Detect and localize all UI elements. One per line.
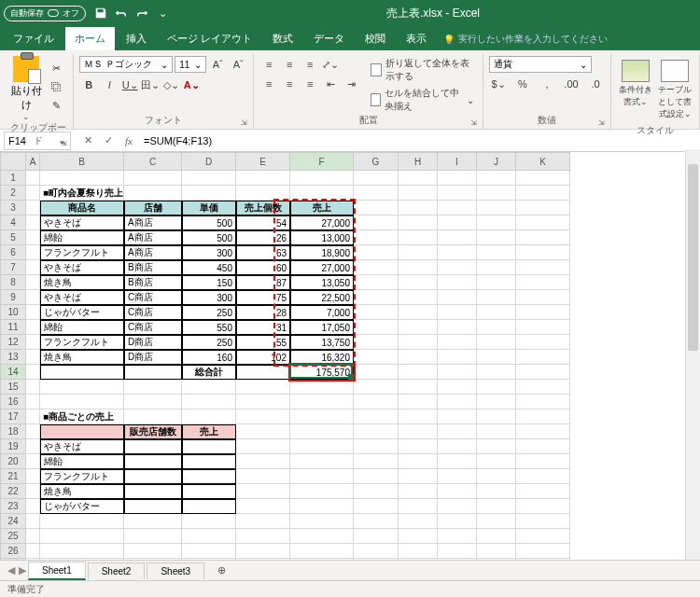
- decrease-indent-button[interactable]: ⇤: [321, 76, 340, 92]
- tab-file[interactable]: ファイル: [4, 27, 63, 50]
- cell[interactable]: [438, 469, 477, 484]
- cell[interactable]: フランクフルト: [40, 469, 124, 484]
- cell[interactable]: [236, 484, 290, 499]
- cell[interactable]: [290, 410, 354, 424]
- cell[interactable]: [236, 454, 290, 469]
- next-sheet-icon[interactable]: ▶: [19, 564, 26, 576]
- align-bottom-button[interactable]: ≡: [301, 56, 319, 73]
- cell[interactable]: [477, 201, 516, 215]
- cell[interactable]: [516, 305, 570, 320]
- cell[interactable]: [26, 335, 40, 350]
- cell[interactable]: B商店: [124, 275, 182, 290]
- cell[interactable]: [354, 380, 399, 395]
- cancel-formula-button[interactable]: ✕: [78, 132, 97, 150]
- prev-sheet-icon[interactable]: ◀: [7, 564, 15, 576]
- cell[interactable]: [399, 439, 438, 454]
- cell[interactable]: [290, 499, 354, 514]
- cell[interactable]: [399, 410, 438, 424]
- cell[interactable]: [399, 380, 438, 395]
- cell[interactable]: [26, 380, 40, 395]
- italic-button[interactable]: I: [100, 76, 119, 93]
- cell[interactable]: D商店: [124, 350, 182, 365]
- cell[interactable]: [354, 529, 399, 544]
- cell[interactable]: [354, 410, 399, 424]
- cell[interactable]: フランクフルト: [40, 335, 124, 350]
- cell[interactable]: [354, 186, 399, 201]
- cell[interactable]: [290, 469, 354, 484]
- cell[interactable]: [354, 514, 399, 529]
- cell[interactable]: [438, 424, 477, 439]
- cell[interactable]: [438, 230, 477, 245]
- cell[interactable]: B商店: [124, 260, 182, 275]
- cell[interactable]: [438, 395, 477, 410]
- cell[interactable]: [516, 245, 570, 260]
- tab-review[interactable]: 校閲: [356, 27, 395, 50]
- cell[interactable]: [438, 245, 477, 260]
- cell[interactable]: [477, 380, 516, 395]
- cell[interactable]: フランクフルト: [40, 245, 124, 260]
- cell[interactable]: [516, 424, 570, 439]
- merge-center-button[interactable]: セルを結合して中央揃え⌄: [368, 86, 477, 114]
- cell[interactable]: [516, 544, 570, 559]
- cell[interactable]: [26, 424, 40, 439]
- cell[interactable]: じゃがバター: [40, 499, 124, 514]
- font-color-button[interactable]: A⌄: [182, 76, 201, 93]
- cut-button[interactable]: ✂: [47, 60, 65, 76]
- cell[interactable]: [290, 186, 354, 201]
- column-header-J[interactable]: J: [477, 152, 516, 171]
- increase-indent-button[interactable]: ⇥: [342, 76, 360, 92]
- row-header-21[interactable]: 21: [0, 469, 26, 484]
- cell[interactable]: [516, 260, 570, 275]
- cell[interactable]: [438, 350, 477, 365]
- cell[interactable]: [124, 380, 182, 395]
- cell[interactable]: [354, 245, 399, 260]
- row-header-25[interactable]: 25: [0, 529, 26, 544]
- cell[interactable]: [290, 439, 354, 454]
- cell[interactable]: [477, 544, 516, 559]
- redo-icon[interactable]: [134, 6, 149, 21]
- cell[interactable]: [354, 544, 399, 559]
- cell[interactable]: [290, 380, 354, 395]
- cell[interactable]: C商店: [124, 290, 182, 305]
- cell[interactable]: 16,320: [290, 350, 354, 365]
- cell[interactable]: [182, 514, 236, 529]
- cell[interactable]: [236, 529, 290, 544]
- row-header-22[interactable]: 22: [0, 484, 26, 499]
- cell[interactable]: 28: [236, 305, 290, 320]
- cell[interactable]: [40, 171, 124, 186]
- column-header-G[interactable]: G: [354, 152, 399, 171]
- cell[interactable]: [399, 171, 438, 186]
- cell[interactable]: [438, 439, 477, 454]
- column-header-D[interactable]: D: [182, 152, 236, 171]
- cell[interactable]: [399, 215, 438, 230]
- cell[interactable]: [236, 424, 290, 439]
- cell[interactable]: 7,000: [290, 305, 354, 320]
- format-painter-button[interactable]: ✎: [47, 97, 65, 114]
- cell[interactable]: [182, 186, 236, 201]
- cell[interactable]: 17,050: [290, 320, 354, 335]
- conditional-formatting-button[interactable]: 条件付き書式⌄: [619, 60, 652, 120]
- row-header-14[interactable]: 14: [0, 365, 26, 380]
- cell[interactable]: [236, 171, 290, 186]
- cell[interactable]: [182, 529, 236, 544]
- cell[interactable]: 54: [236, 215, 290, 230]
- cell[interactable]: [438, 320, 477, 335]
- cell[interactable]: [290, 544, 354, 559]
- cell[interactable]: 63: [236, 245, 290, 260]
- insert-function-button[interactable]: fx: [119, 132, 138, 150]
- cell[interactable]: [40, 424, 124, 439]
- cell[interactable]: じゃがバター: [40, 305, 124, 320]
- cell[interactable]: [236, 365, 290, 380]
- row-header-3[interactable]: 3: [0, 201, 26, 215]
- cell[interactable]: [477, 439, 516, 454]
- cell[interactable]: やきそば: [40, 215, 124, 230]
- row-header-7[interactable]: 7: [0, 260, 26, 275]
- cell[interactable]: 500: [182, 215, 236, 230]
- cell[interactable]: [182, 454, 236, 469]
- cell[interactable]: [26, 305, 40, 320]
- cell[interactable]: [438, 215, 477, 230]
- cell[interactable]: 300: [182, 245, 236, 260]
- cell[interactable]: [26, 439, 40, 454]
- cell[interactable]: [182, 544, 236, 559]
- cell[interactable]: [354, 484, 399, 499]
